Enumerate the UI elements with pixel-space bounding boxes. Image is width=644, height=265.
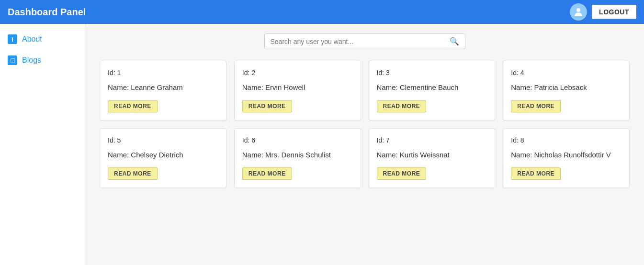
read-more-button[interactable]: READ MORE <box>242 167 292 180</box>
card-name: Name: Ervin Howell <box>242 82 353 92</box>
card-id: Id: 2 <box>242 69 353 77</box>
user-card: Id: 8 Name: Nicholas Runolfsdottir V REA… <box>503 128 630 188</box>
read-more-button[interactable]: READ MORE <box>511 167 561 180</box>
card-name: Name: Leanne Graham <box>108 82 218 92</box>
card-name: Name: Patricia Lebsack <box>511 82 621 92</box>
card-id: Id: 3 <box>377 69 487 77</box>
read-more-button[interactable]: READ MORE <box>377 167 427 180</box>
card-id: Id: 5 <box>108 136 218 144</box>
user-card: Id: 3 Name: Clementine Bauch READ MORE <box>369 61 496 121</box>
users-grid: Id: 1 Name: Leanne Graham READ MORE Id: … <box>100 61 630 188</box>
user-card: Id: 2 Name: Ervin Howell READ MORE <box>234 61 361 121</box>
svg-point-0 <box>576 8 580 12</box>
main-layout: i About ▢ Blogs 🔍 Id: 1 Name: Leanne Gra… <box>0 24 644 265</box>
sidebar: i About ▢ Blogs <box>0 24 85 265</box>
user-card: Id: 4 Name: Patricia Lebsack READ MORE <box>503 61 630 121</box>
user-card: Id: 1 Name: Leanne Graham READ MORE <box>100 61 226 121</box>
main-content: 🔍 Id: 1 Name: Leanne Graham READ MORE Id… <box>85 24 644 265</box>
sidebar-item-about[interactable]: i About <box>0 29 85 50</box>
read-more-button[interactable]: READ MORE <box>242 100 292 112</box>
user-card: Id: 6 Name: Mrs. Dennis Schulist READ MO… <box>234 128 361 188</box>
user-card: Id: 7 Name: Kurtis Weissnat READ MORE <box>369 128 496 188</box>
read-more-button[interactable]: READ MORE <box>511 100 561 112</box>
blog-icon: ▢ <box>8 55 17 65</box>
sidebar-blogs-label: Blogs <box>22 56 41 65</box>
user-avatar <box>570 3 587 21</box>
read-more-button[interactable]: READ MORE <box>377 100 427 112</box>
app-title: Dashboard Panel <box>8 7 86 18</box>
card-id: Id: 6 <box>242 136 353 144</box>
search-box: 🔍 <box>264 33 465 49</box>
card-id: Id: 8 <box>511 136 621 144</box>
card-name: Name: Clementine Bauch <box>377 82 487 92</box>
search-input[interactable] <box>271 38 450 45</box>
sidebar-item-blogs[interactable]: ▢ Blogs <box>0 50 85 71</box>
app-header: Dashboard Panel LOGOUT <box>0 0 644 24</box>
logout-button[interactable]: LOGOUT <box>592 5 636 19</box>
sidebar-about-label: About <box>22 35 42 44</box>
card-id: Id: 4 <box>511 69 621 77</box>
card-name: Name: Chelsey Dietrich <box>108 150 218 160</box>
read-more-button[interactable]: READ MORE <box>108 167 158 180</box>
search-container: 🔍 <box>100 33 630 49</box>
user-card: Id: 5 Name: Chelsey Dietrich READ MORE <box>100 128 226 188</box>
info-icon: i <box>8 34 17 44</box>
card-id: Id: 1 <box>108 69 218 77</box>
read-more-button[interactable]: READ MORE <box>108 100 158 112</box>
card-name: Name: Mrs. Dennis Schulist <box>242 150 353 160</box>
search-icon: 🔍 <box>450 37 459 46</box>
card-name: Name: Kurtis Weissnat <box>377 150 487 160</box>
header-right: LOGOUT <box>570 3 636 21</box>
card-name: Name: Nicholas Runolfsdottir V <box>511 150 621 160</box>
card-id: Id: 7 <box>377 136 487 144</box>
